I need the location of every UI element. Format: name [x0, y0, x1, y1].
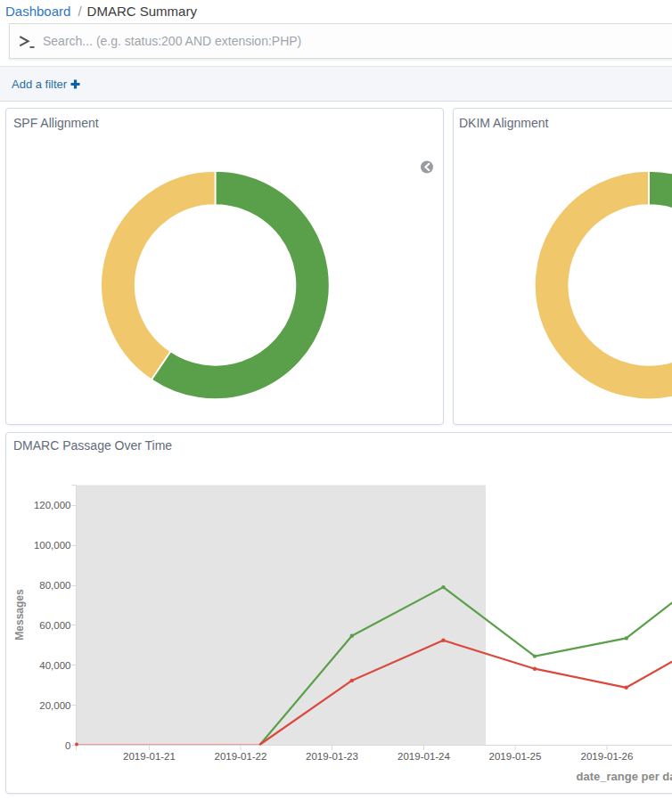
- svg-text:2019-01-24: 2019-01-24: [397, 751, 450, 762]
- svg-text:date_range per day: date_range per day: [577, 770, 672, 783]
- svg-text:0: 0: [65, 740, 70, 751]
- svg-text:2019-01-26: 2019-01-26: [581, 751, 634, 762]
- svg-text:20,000: 20,000: [39, 700, 70, 711]
- svg-text:2019-01-22: 2019-01-22: [215, 751, 267, 762]
- svg-text:2019-01-25: 2019-01-25: [489, 751, 542, 762]
- svg-text:60,000: 60,000: [39, 620, 70, 631]
- svg-text:120,000: 120,000: [34, 500, 71, 510]
- svg-text:80,000: 80,000: [39, 580, 70, 591]
- svg-text:100,000: 100,000: [34, 540, 71, 551]
- svg-text:2019-01-21: 2019-01-21: [123, 751, 176, 762]
- svg-text:2019-01-23: 2019-01-23: [306, 751, 358, 762]
- svg-text:40,000: 40,000: [39, 660, 70, 671]
- svg-text:Messages: Messages: [13, 589, 26, 641]
